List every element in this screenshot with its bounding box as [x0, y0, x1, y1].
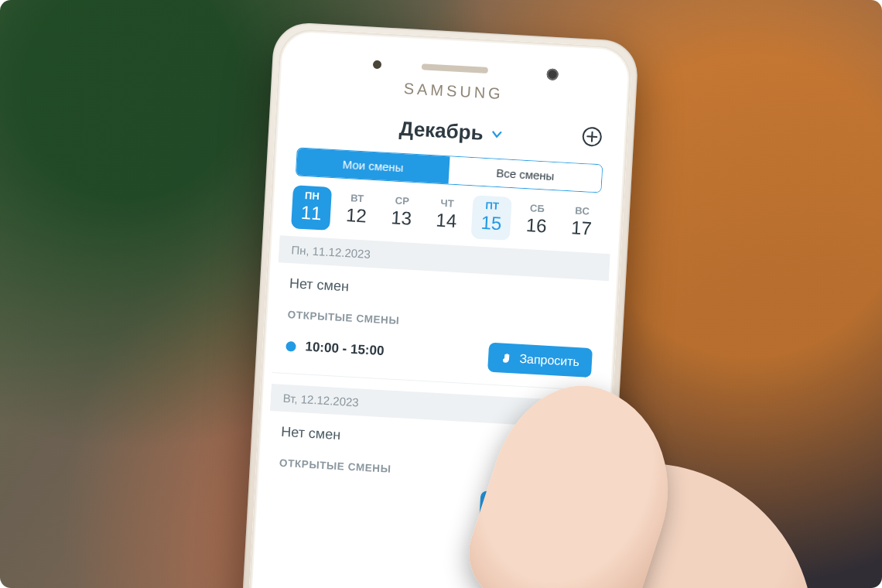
- day-wed[interactable]: СР 13: [381, 190, 422, 236]
- dow-label: СР: [382, 194, 422, 208]
- dow-label: ЧТ: [428, 197, 467, 210]
- shift-time-slot: 10:00 - 15:00: [285, 338, 385, 359]
- status-dot-icon: [285, 340, 296, 351]
- chevron-down-icon: [491, 121, 504, 146]
- dow-label: ВС: [562, 204, 602, 218]
- plus-circle-icon: [580, 125, 603, 149]
- speaker-grille: [422, 63, 488, 74]
- dow-label: СБ: [518, 201, 557, 215]
- day-tue[interactable]: ВТ 12: [336, 187, 377, 233]
- photo-background: SAMSUNG Декабрь: [0, 0, 882, 588]
- day-number: 13: [381, 207, 422, 231]
- month-picker[interactable]: Декабрь: [398, 117, 504, 146]
- request-label: Запросить: [519, 352, 580, 369]
- day-sun[interactable]: ВС 17: [561, 200, 602, 246]
- month-label: Декабрь: [398, 117, 484, 145]
- day-number: 14: [426, 209, 467, 233]
- day-number: 15: [471, 211, 511, 235]
- dow-label: ВТ: [337, 191, 377, 205]
- dow-label: ПН: [292, 189, 332, 203]
- day-number: 17: [562, 217, 602, 241]
- shift-time-text: 10:00 - 15:00: [305, 339, 385, 359]
- day-sat[interactable]: СБ 16: [516, 197, 557, 243]
- front-camera: [546, 68, 559, 80]
- add-button[interactable]: [580, 125, 603, 149]
- request-shift-button[interactable]: Запросить: [487, 343, 593, 378]
- day-number: 16: [516, 214, 556, 238]
- day-mon[interactable]: ПН 11: [291, 185, 332, 231]
- day-fri[interactable]: ПТ 15: [471, 195, 512, 241]
- proximity-sensor: [373, 60, 382, 70]
- day-number: 11: [291, 201, 331, 225]
- day-thu[interactable]: ЧТ 14: [426, 193, 467, 238]
- day-number: 12: [337, 203, 377, 227]
- hand-icon: [501, 352, 514, 365]
- dow-label: ПТ: [473, 199, 512, 213]
